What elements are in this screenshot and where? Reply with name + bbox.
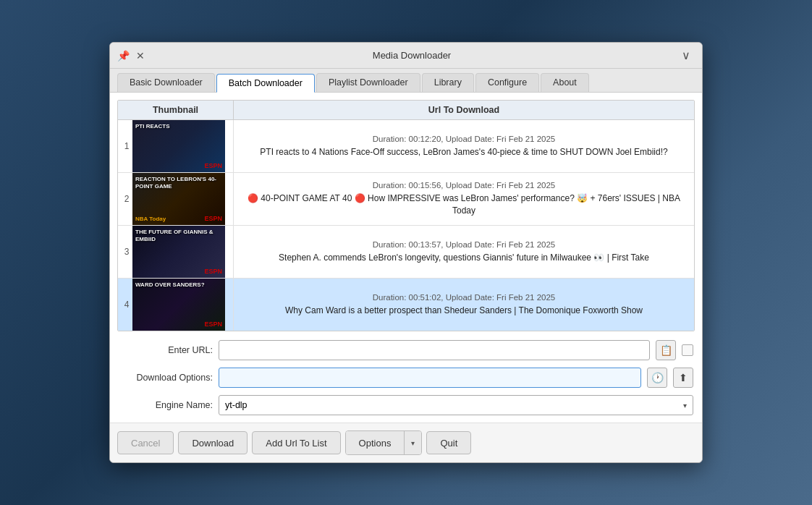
table-row[interactable]: 3 THE FUTURE OF GIANNIS & EMBIID ESPN Du… <box>118 226 694 279</box>
table-row[interactable]: 2 REACTION TO LEBRON'S 40-POINT GAME NBA… <box>118 173 694 226</box>
duration-text: Duration: 00:13:57, Upload Date: Fri Feb… <box>373 240 556 249</box>
history-button[interactable]: 🕐 <box>647 368 667 388</box>
row-number: 3 <box>118 247 132 257</box>
url-cell: Duration: 00:51:02, Upload Date: Fri Feb… <box>234 279 694 331</box>
table-row[interactable]: 1 PTI REACTS ESPN Duration: 00:12:20, Up… <box>118 120 694 173</box>
url-table: Thumbnail Url To Download 1 PTI REACTS E… <box>117 100 695 331</box>
titlebar-left: 📌 ✕ <box>117 50 146 61</box>
tab-configure[interactable]: Configure <box>475 73 539 92</box>
add-url-button[interactable]: Add Url To List <box>252 431 340 454</box>
duration-text: Duration: 00:12:20, Upload Date: Fri Feb… <box>373 135 556 143</box>
duration-text: Duration: 00:51:02, Upload Date: Fri Feb… <box>373 293 556 302</box>
title-text: Why Cam Ward is a better prospect than S… <box>285 305 643 317</box>
engine-row: Engine Name: yt-dlp ▾ <box>119 395 693 415</box>
table-header: Thumbnail Url To Download <box>118 101 694 120</box>
engine-select[interactable]: yt-dlp ▾ <box>219 395 693 415</box>
url-input[interactable] <box>219 340 650 360</box>
tab-batch-downloader[interactable]: Batch Downloader <box>216 74 315 93</box>
cancel-button[interactable]: Cancel <box>117 431 174 454</box>
upload-button[interactable]: ⬆ <box>673 368 693 388</box>
engine-label: Engine Name: <box>119 400 213 410</box>
options-input[interactable] <box>219 368 641 388</box>
row-number: 1 <box>118 141 132 151</box>
pin-icon: 📌 <box>117 50 129 61</box>
thumbnail-cell: 4 WARD OVER SANDERS? ESPN <box>118 279 234 331</box>
url-cell: Duration: 00:12:20, Upload Date: Fri Feb… <box>234 120 694 172</box>
footer: Cancel Download Add Url To List Options … <box>110 423 702 462</box>
table-row[interactable]: 4 WARD OVER SANDERS? ESPN Duration: 00:5… <box>118 279 694 331</box>
tab-library[interactable]: Library <box>422 73 474 92</box>
main-window: 📌 ✕ Media Downloader ∨ Basic Downloader … <box>109 42 703 463</box>
title-text: Stephen A. commends LeBron's longevity, … <box>279 252 649 264</box>
duration-text: Duration: 00:15:56, Upload Date: Fri Feb… <box>373 181 556 190</box>
row-number: 4 <box>118 300 132 310</box>
thumbnail-cell: 2 REACTION TO LEBRON'S 40-POINT GAME NBA… <box>118 173 234 225</box>
url-row: Enter URL: 📋 <box>119 340 693 360</box>
url-cell: Duration: 00:15:56, Upload Date: Fri Feb… <box>234 173 694 225</box>
close-button[interactable]: ✕ <box>135 50 146 61</box>
engine-value: yt-dlp <box>225 400 248 410</box>
url-cell: Duration: 00:13:57, Upload Date: Fri Feb… <box>234 226 694 278</box>
thumbnail-image: WARD OVER SANDERS? ESPN <box>132 279 225 331</box>
tab-basic-downloader[interactable]: Basic Downloader <box>117 73 215 92</box>
table-body: 1 PTI REACTS ESPN Duration: 00:12:20, Up… <box>118 120 694 331</box>
tab-playlist-downloader[interactable]: Playlist Downloader <box>316 73 420 92</box>
quit-button[interactable]: Quit <box>426 431 471 454</box>
options-dropdown-arrow[interactable]: ▾ <box>404 431 421 454</box>
options-button-group: Options ▾ <box>345 430 423 455</box>
thumbnail-image: REACTION TO LEBRON'S 40-POINT GAME NBA T… <box>132 173 225 225</box>
row-number: 2 <box>118 194 132 204</box>
thumbnail-image: THE FUTURE OF GIANNIS & EMBIID ESPN <box>132 226 225 278</box>
col-thumbnail-header: Thumbnail <box>118 101 234 119</box>
title-text: PTI reacts to 4 Nations Face-Off success… <box>260 146 667 158</box>
clipboard-button[interactable]: 📋 <box>656 340 676 360</box>
url-checkbox[interactable] <box>682 344 693 356</box>
options-button[interactable]: Options <box>346 431 405 454</box>
options-row: Download Options: 🕐 ⬆ <box>119 368 693 388</box>
form-section: Enter URL: 📋 Download Options: 🕐 ⬆ Engin… <box>117 340 695 415</box>
titlebar: 📌 ✕ Media Downloader ∨ <box>110 43 702 69</box>
window-title: Media Downloader <box>146 50 677 61</box>
engine-dropdown-arrow: ▾ <box>683 402 687 409</box>
download-button[interactable]: Download <box>178 431 248 454</box>
thumbnail-image: PTI REACTS ESPN <box>132 120 225 172</box>
thumbnail-cell: 1 PTI REACTS ESPN <box>118 120 234 172</box>
url-label: Enter URL: <box>119 345 213 355</box>
main-content: Thumbnail Url To Download 1 PTI REACTS E… <box>110 93 702 423</box>
title-text: 🔴 40-POINT GAME AT 40 🔴 How IMPRESSIVE w… <box>242 192 685 217</box>
thumbnail-cell: 3 THE FUTURE OF GIANNIS & EMBIID ESPN <box>118 226 234 278</box>
options-label: Download Options: <box>119 373 213 383</box>
col-url-header: Url To Download <box>234 101 694 119</box>
minimize-button[interactable]: ∨ <box>677 47 695 64</box>
tab-about[interactable]: About <box>541 73 589 92</box>
tab-bar: Basic Downloader Batch Downloader Playli… <box>110 69 702 93</box>
titlebar-right: ∨ <box>677 47 695 64</box>
